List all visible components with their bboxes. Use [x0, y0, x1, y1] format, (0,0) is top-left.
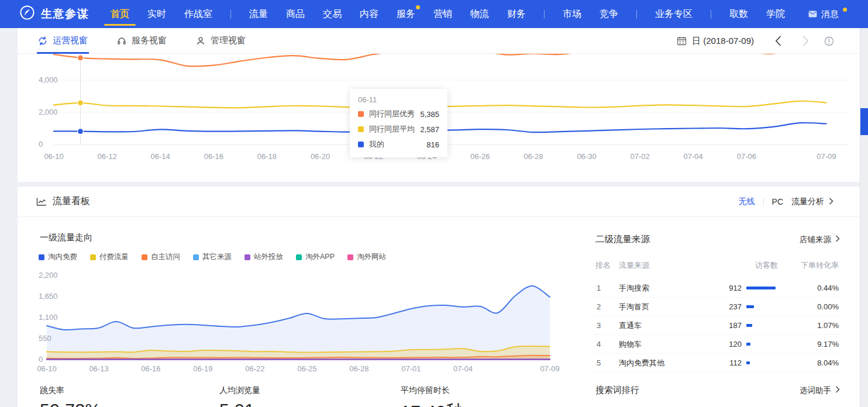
industry-compare-chart[interactable]: 02,0004,000 06-1006-1206-1406-1606-1806-… — [18, 54, 860, 182]
info-icon[interactable] — [824, 36, 834, 46]
nav-item-marketing[interactable]: 营销 — [433, 0, 452, 28]
area-chart-svg — [18, 268, 579, 368]
hover-dot-excellent — [78, 55, 84, 61]
primary-traffic-title: 一级流量走向 — [40, 232, 92, 243]
legend-item-paid-traffic[interactable]: 付费流量 — [90, 252, 129, 262]
x-tick-label: 06-14 — [151, 152, 170, 161]
legend-item-direct-visit[interactable]: 自主访问 — [142, 252, 180, 262]
source-rate: 0.00% — [817, 298, 839, 316]
toggle-pc[interactable]: PC — [772, 197, 783, 206]
y-tick-label: 4,000 — [39, 75, 58, 85]
source-visitors: 120 — [729, 335, 742, 354]
legend-swatch — [142, 254, 147, 260]
traffic-board-header: 流量看板 无线 PC 流量分析 — [18, 187, 860, 217]
visitors-bar — [746, 287, 776, 289]
source-name: 手淘搜索 — [619, 279, 649, 298]
nav-item-traffic[interactable]: 流量 — [249, 0, 268, 28]
legend-item-other-sources[interactable]: 其它来源 — [193, 252, 232, 262]
nav-item-academy[interactable]: 学院 — [766, 0, 785, 28]
stat-label: 平均停留时长 — [401, 385, 464, 396]
nav-item-finance[interactable]: 财务 — [507, 0, 526, 28]
source-name: 购物车 — [619, 335, 642, 354]
prev-date-button[interactable] — [775, 36, 781, 46]
x-tick-label: 06-18 — [257, 152, 277, 161]
toggle-wireless[interactable]: 无线 — [739, 196, 755, 207]
legend-item-offsite-ads[interactable]: 站外投放 — [244, 252, 283, 262]
nav-item-logistics[interactable]: 物流 — [470, 0, 489, 28]
legend-swatch — [90, 254, 96, 260]
stat-label: 跳失率 — [40, 385, 101, 396]
x-tick-label: 06-28 — [349, 364, 368, 373]
series-line-excellent — [54, 54, 826, 67]
nav-item-competition[interactable]: 竞争 — [600, 0, 618, 28]
word-helper-link[interactable]: 选词助手 — [800, 385, 840, 396]
nav-item-service[interactable]: 服务 — [397, 0, 415, 28]
stat-value: 17.49秒 — [401, 400, 464, 407]
source-rank: 5 — [597, 354, 601, 372]
source-visitors: 187 — [729, 316, 742, 335]
nav-item-business-zone[interactable]: 业务专区 — [655, 0, 693, 28]
source-row-3[interactable]: 3直通车1871.07% — [591, 316, 840, 335]
tab-operation-view[interactable]: 运营视窗 — [38, 28, 88, 54]
notification-dot — [843, 8, 847, 12]
legend-swatch — [296, 254, 302, 260]
primary-traffic-chart[interactable]: 06-1006-1306-1606-1906-2206-2506-2807-01… — [18, 268, 579, 380]
source-row-2[interactable]: 2手淘首页2370.00% — [591, 298, 840, 316]
x-tick-label: 06-25 — [297, 364, 316, 373]
legend-item-free-traffic[interactable]: 淘内免费 — [39, 252, 77, 262]
next-date-button[interactable] — [802, 36, 809, 46]
stat-views-per-visitor: 人均浏览量5.01 — [219, 385, 260, 407]
app-logo[interactable]: 生意参谋 — [19, 5, 89, 23]
tooltip-date: 06-11 — [358, 95, 439, 104]
nav-item-trade[interactable]: 交易 — [323, 0, 342, 28]
y-tick-label: 2,000 — [39, 108, 58, 117]
stat-value: 5.01 — [219, 400, 260, 407]
nav-item-content[interactable]: 内容 — [360, 0, 378, 28]
calendar-icon[interactable] — [677, 36, 687, 46]
source-row-1[interactable]: 1手淘搜索9120.44% — [591, 279, 840, 298]
nav-item-market[interactable]: 市场 — [563, 0, 581, 28]
nav-item-data-extract[interactable]: 取数 — [729, 0, 748, 28]
tab-service-view[interactable]: 服务视窗 — [117, 28, 167, 54]
stat-bounce-rate: 跳失率59.73% — [40, 385, 101, 407]
legend-item-offsite-app[interactable]: 淘外APP — [296, 252, 335, 262]
tab-label: 服务视窗 — [132, 35, 167, 46]
date-label[interactable]: 日 (2018-07-09) — [692, 36, 754, 47]
legend-swatch — [193, 254, 199, 260]
view-tabs: 运营视窗服务视窗管理视窗 — [38, 28, 246, 54]
visitors-bar — [746, 324, 752, 327]
legend-label: 站外投放 — [254, 252, 283, 262]
nav-item-war-room[interactable]: 作战室 — [184, 0, 212, 28]
shop-sources-link[interactable]: 店铺来源 — [800, 234, 840, 245]
x-tick-label: 06-20 — [311, 152, 330, 161]
col-conversion: 下单转化率 — [801, 260, 839, 271]
source-row-5[interactable]: 5淘内免费其他1128.04% — [591, 354, 840, 372]
x-tick-label: 06-10 — [37, 364, 56, 373]
nav-item-home[interactable]: 首页 — [111, 0, 129, 28]
hover-dot-mine — [78, 129, 84, 134]
legend-item-offsite-web[interactable]: 淘外网站 — [347, 252, 386, 262]
view-tab-bar: 运营视窗服务视窗管理视窗 日 (2018-07-09) — [18, 28, 860, 54]
series-color-swatch — [358, 142, 364, 147]
x-tick-label: 06-28 — [523, 152, 543, 161]
scrollbar-thumb[interactable] — [860, 108, 868, 135]
tooltip-row: 同行同层平均2,587 — [358, 124, 439, 134]
x-tick-label: 07-01 — [401, 364, 421, 373]
tab-management-view[interactable]: 管理视窗 — [196, 28, 246, 54]
messages-button[interactable]: 消息 — [808, 0, 847, 28]
legend-swatch — [39, 254, 44, 260]
y-tick-label: 1,100 — [39, 313, 58, 322]
chevron-right-icon — [829, 197, 833, 206]
user-icon — [196, 36, 205, 46]
source-rate: 9.17% — [817, 335, 839, 354]
series-label: 同行同层优秀 — [369, 109, 415, 119]
page-scrollbar[interactable] — [860, 28, 868, 407]
y-tick-label: 1,650 — [39, 292, 58, 301]
nav-item-realtime[interactable]: 实时 — [147, 0, 166, 28]
legend-label: 其它来源 — [202, 252, 232, 262]
traffic-analysis-link[interactable]: 流量分析 — [791, 196, 833, 207]
series-color-swatch — [358, 111, 364, 117]
nav-item-product[interactable]: 商品 — [286, 0, 305, 28]
x-tick-label: 07-06 — [737, 152, 756, 161]
source-row-4[interactable]: 4购物车1209.17% — [591, 335, 840, 354]
